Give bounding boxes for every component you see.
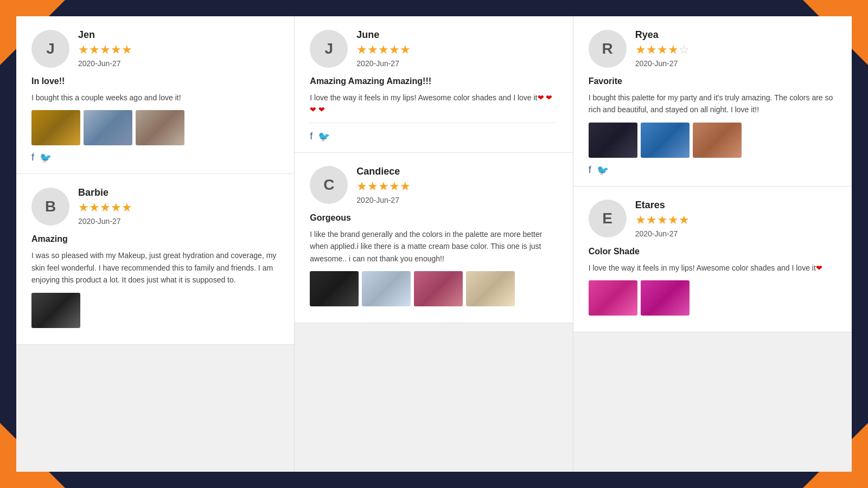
avatar-jen: J: [31, 30, 69, 68]
reviewer-name-etares: Etares: [635, 200, 690, 211]
star-5: ★: [122, 43, 132, 57]
review-text-etares-content: I love the way it feels in my lips! Awes…: [589, 264, 816, 272]
review-text-june-content: I love the way it feels in my lips! Awes…: [310, 93, 537, 102]
review-thumb-jen-1: [31, 110, 80, 145]
star-b2: ★: [89, 201, 100, 215]
review-thumb-barbie-1: [31, 293, 80, 328]
star-c5: ★: [400, 179, 411, 194]
review-date-barbie: 2020-Jun-27: [78, 217, 132, 226]
avatar-candiece: C: [310, 166, 348, 204]
stars-etares: ★ ★ ★ ★ ★: [635, 213, 690, 227]
facebook-icon-june[interactable]: f: [310, 131, 312, 143]
reviewer-info-etares: Etares ★ ★ ★ ★ ★ 2020-Jun-27: [635, 200, 690, 238]
reviewer-name-ryea: Ryea: [635, 29, 690, 41]
review-june: J June ★ ★ ★ ★ ★ 2020-Jun-27 Amazing Ama…: [295, 16, 572, 153]
review-date-etares: 2020-Jun-27: [635, 229, 690, 238]
heart-june-1: ❤: [538, 93, 544, 102]
review-text-jen: I bought this a couple weeks ago and lov…: [31, 92, 279, 104]
column-1: J Jen ★ ★ ★ ★ ★ 2020-Jun-27 In love!! I …: [16, 16, 295, 472]
review-thumb-etares-2: [641, 280, 690, 316]
star-j5: ★: [400, 43, 411, 57]
avatar-ryea: R: [589, 30, 627, 68]
reviewer-info-barbie: Barbie ★ ★ ★ ★ ★ 2020-Jun-27: [78, 187, 132, 226]
review-ryea: R Ryea ★ ★ ★ ★ ☆ 2020-Jun-27 Favorite I …: [573, 16, 852, 187]
reviewer-info-june: June ★ ★ ★ ★ ★ 2020-Jun-27: [356, 29, 411, 68]
star-e4: ★: [668, 213, 679, 227]
review-thumb-candiece-3: [414, 271, 463, 306]
review-text-ryea: I bought this palette for my party and i…: [589, 92, 837, 116]
twitter-icon-june[interactable]: 🐦: [318, 131, 330, 143]
star-r2: ★: [646, 43, 657, 57]
star-c3: ★: [378, 179, 389, 194]
column-2: J June ★ ★ ★ ★ ★ 2020-Jun-27 Amazing Ama…: [295, 16, 573, 472]
review-date-candiece: 2020-Jun-27: [356, 196, 411, 204]
review-thumb-jen-3: [136, 110, 184, 145]
star-c1: ★: [356, 179, 367, 194]
reviewer-header-etares: E Etares ★ ★ ★ ★ ★ 2020-Jun-27: [589, 200, 837, 238]
twitter-icon-ryea[interactable]: 🐦: [597, 164, 609, 176]
star-4: ★: [111, 43, 122, 57]
review-date-ryea: 2020-Jun-27: [635, 59, 690, 68]
reviewer-header-barbie: B Barbie ★ ★ ★ ★ ★ 2020-Jun-27: [31, 187, 279, 226]
star-c4: ★: [389, 179, 400, 194]
review-thumb-etares-1: [589, 280, 637, 316]
star-e5: ★: [679, 213, 690, 227]
divider-june: [310, 123, 557, 123]
star-j1: ★: [356, 43, 367, 57]
reviewer-name-jen: Jen: [78, 29, 132, 41]
review-text-june: I love the way it feels in my lips! Awes…: [310, 92, 557, 116]
star-1: ★: [78, 43, 89, 57]
review-images-jen: [31, 110, 279, 145]
avatar-barbie: B: [31, 188, 69, 226]
reviewer-name-barbie: Barbie: [78, 187, 132, 198]
reviews-container: J Jen ★ ★ ★ ★ ★ 2020-Jun-27 In love!! I …: [16, 16, 852, 472]
star-r3: ★: [657, 43, 668, 57]
reviewer-info-ryea: Ryea ★ ★ ★ ★ ☆ 2020-Jun-27: [635, 29, 690, 68]
avatar-june: J: [310, 30, 348, 68]
star-c2: ★: [367, 179, 378, 194]
review-title-jen: In love!!: [31, 76, 279, 86]
review-thumb-candiece-2: [362, 271, 411, 306]
review-images-barbie: [31, 293, 279, 328]
avatar-etares: E: [589, 200, 627, 237]
star-j4: ★: [389, 43, 400, 57]
social-icons-jen: f 🐦: [31, 152, 279, 164]
stars-ryea: ★ ★ ★ ★ ☆: [635, 43, 690, 57]
reviewer-header-candiece: C Candiece ★ ★ ★ ★ ★ 2020-Jun-27: [310, 166, 557, 204]
review-thumb-ryea-1: [589, 123, 637, 158]
star-r1: ★: [635, 43, 646, 57]
review-thumb-candiece-1: [310, 271, 359, 306]
social-icons-june: f 🐦: [310, 131, 557, 143]
twitter-icon-jen[interactable]: 🐦: [40, 152, 52, 164]
review-title-ryea: Favorite: [589, 76, 837, 86]
column-3: R Ryea ★ ★ ★ ★ ☆ 2020-Jun-27 Favorite I …: [573, 16, 852, 472]
review-images-candiece: [310, 271, 557, 306]
reviewer-info-candiece: Candiece ★ ★ ★ ★ ★ 2020-Jun-27: [356, 166, 411, 204]
star-e3: ★: [657, 213, 668, 227]
review-title-candiece: Gorgeous: [310, 213, 557, 223]
reviewer-header-ryea: R Ryea ★ ★ ★ ★ ☆ 2020-Jun-27: [589, 29, 837, 68]
facebook-icon-ryea[interactable]: f: [589, 164, 591, 176]
review-date-june: 2020-Jun-27: [356, 59, 411, 68]
review-thumb-ryea-2: [641, 123, 690, 158]
review-images-ryea: [589, 123, 837, 158]
social-icons-ryea: f 🐦: [589, 164, 837, 176]
star-b5: ★: [122, 201, 132, 215]
star-e2: ★: [646, 213, 657, 227]
star-b4: ★: [111, 201, 122, 215]
star-r4: ★: [668, 43, 679, 57]
stars-jen: ★ ★ ★ ★ ★: [78, 43, 132, 57]
star-r5-empty: ☆: [679, 43, 690, 57]
star-e1: ★: [635, 213, 646, 227]
reviewer-name-candiece: Candiece: [356, 166, 411, 177]
star-b1: ★: [78, 201, 89, 215]
review-thumb-ryea-3: [693, 123, 742, 158]
review-text-barbie: I was so pleased with my Makeup, just gr…: [31, 249, 279, 286]
review-jen: J Jen ★ ★ ★ ★ ★ 2020-Jun-27 In love!! I …: [16, 16, 294, 174]
facebook-icon-jen[interactable]: f: [31, 152, 34, 164]
reviewer-name-june: June: [356, 29, 411, 41]
heart-june-2: ❤: [546, 93, 552, 102]
review-thumb-candiece-4: [466, 271, 515, 306]
star-j3: ★: [378, 43, 389, 57]
review-etares: E Etares ★ ★ ★ ★ ★ 2020-Jun-27 Color Sha…: [573, 187, 852, 332]
